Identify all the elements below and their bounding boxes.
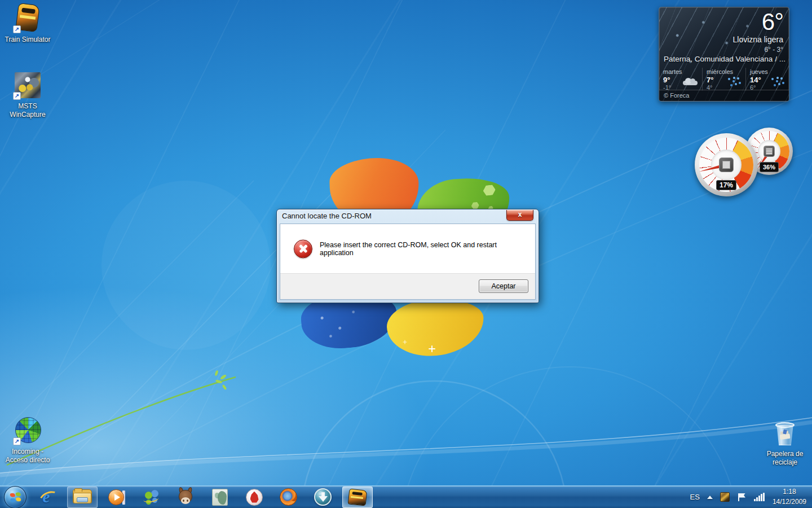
forecast-row: martes 9° -1° miércoles 7° 4° jueves 14°… [659, 68, 789, 91]
current-temperature: 6° [762, 8, 783, 36]
clock[interactable]: 1:18 14/12/2009 [773, 487, 806, 507]
internet-explorer-icon: e [39, 488, 57, 506]
desktop-icon-label: MSTS WinCapture [1, 102, 54, 119]
taskbar-item-media-player[interactable] [102, 487, 132, 508]
taskbar-item-messenger[interactable] [136, 487, 166, 508]
shortcut-arrow-icon [13, 437, 21, 445]
media-player-icon [108, 489, 125, 506]
start-button[interactable] [0, 486, 30, 508]
desktop-icon-incoming[interactable]: Incoming - Acceso directo [1, 415, 54, 465]
tray-app-icon[interactable] [720, 492, 730, 502]
windows-start-orb-icon [4, 486, 27, 508]
weather-condition: Llovizna ligera [733, 35, 784, 44]
donkey-icon [176, 489, 195, 506]
wallpaper-logo-yellow-pane [386, 295, 485, 360]
taskbar: e [0, 485, 812, 508]
language-indicator[interactable]: ES [690, 493, 700, 501]
ram-chip-icon [764, 146, 775, 157]
taskbar-item-emule[interactable] [170, 487, 201, 508]
desktop-icon-msts-wincapture[interactable]: MSTS WinCapture [1, 70, 54, 119]
memory-usage-value: 36% [760, 162, 779, 172]
accept-button[interactable]: Aceptar [479, 279, 528, 293]
taskbar-item-firefox[interactable] [273, 487, 304, 508]
close-button[interactable]: x [506, 210, 533, 221]
error-icon [294, 239, 312, 258]
cpu-chip-icon [719, 157, 734, 172]
forecast-day[interactable]: jueves 14° 6° [745, 68, 789, 91]
action-center-flag-icon[interactable] [737, 493, 747, 502]
dialog-body: Please insert the correct CD-ROM, select… [280, 224, 536, 300]
cpu-meter-gadget[interactable]: 36% 17% [695, 128, 795, 199]
forecast-day[interactable]: martes 9° -1° [659, 68, 702, 91]
taskbar-item-windows-explorer[interactable] [67, 487, 98, 508]
clock-time: 1:18 [773, 487, 806, 497]
desktop-icon-label: Train Simulator [1, 36, 54, 44]
taskbar-item-download-manager[interactable] [308, 487, 338, 508]
day-temperature-range: 6° - 3° [764, 46, 783, 54]
firefox-icon [280, 488, 297, 506]
shortcut-arrow-icon [13, 25, 21, 33]
taskbar-item-internet-explorer[interactable]: e [33, 487, 63, 508]
recycle-bin-icon [775, 419, 795, 446]
desktop-icon-recycle-bin[interactable]: Papelera de reciclaje [758, 418, 811, 467]
messenger-buddies-icon [142, 489, 160, 506]
forecast-day[interactable]: miércoles 7° 4° [702, 68, 745, 91]
desktop: Train Simulator MSTS WinCapture Incoming… [0, 0, 812, 508]
weather-attribution: © Foreca [659, 90, 789, 101]
show-hidden-icons-arrow[interactable] [707, 496, 713, 499]
red-flame-orb-icon [246, 489, 263, 506]
dialog-message: Please insert the correct CD-ROM, select… [320, 241, 527, 257]
error-dialog: Cannot locate the CD-ROM x Please insert… [276, 209, 539, 303]
shortcut-arrow-icon [13, 92, 21, 100]
cloudy-icon [683, 77, 699, 87]
desktop-icon-label: Papelera de reciclaje [758, 450, 811, 467]
taskbar-item-red-flame-app[interactable] [239, 487, 270, 508]
taskbar-item-pinned-app[interactable] [205, 487, 235, 508]
cpu-gauge[interactable]: 17% [695, 133, 758, 196]
network-signal-icon[interactable] [754, 493, 765, 502]
desktop-icon-label: Incoming - Acceso directo [1, 448, 54, 465]
taskbar-apps: e [0, 486, 374, 508]
clock-date: 14/12/2009 [773, 497, 806, 507]
taskbar-item-train-simulator[interactable] [342, 487, 373, 508]
dialog-button-row: Aceptar [280, 273, 535, 299]
desktop-icon-train-simulator[interactable]: Train Simulator [1, 3, 54, 44]
rain-icon [726, 77, 742, 87]
system-tray: ES 1:18 14/12/2009 [690, 486, 812, 508]
train-simulator-icon [347, 488, 367, 506]
down-arrow-orb-icon [314, 488, 332, 506]
wallpaper-sparkle [429, 345, 435, 352]
weather-location[interactable]: Paterna, Comunidad Valenciana / ... [664, 55, 785, 63]
wallpaper-sparkle [403, 340, 407, 344]
cpu-usage-value: 17% [716, 180, 736, 190]
folder-icon [73, 489, 92, 505]
green-gray-art-icon [212, 489, 228, 506]
dialog-title[interactable]: Cannot locate the CD-ROM [277, 209, 539, 223]
weather-gadget[interactable]: 6° Llovizna ligera 6° - 3° Paterna, Comu… [659, 7, 789, 102]
rain-icon [770, 77, 785, 87]
